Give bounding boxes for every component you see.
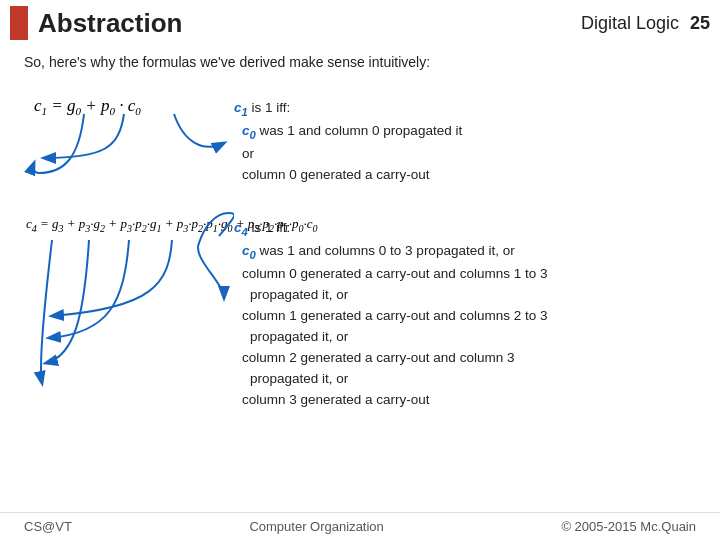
header: Abstraction Digital Logic 25 — [0, 0, 720, 46]
formula2-explanation: c4 is 1 iff: c0 was 1 and columns 0 to 3… — [234, 208, 547, 411]
formula2-arrows — [24, 208, 234, 408]
footer-right: © 2005-2015 Mc.Quain — [561, 519, 696, 534]
header-accent-bar — [10, 6, 28, 40]
page-title: Abstraction — [38, 8, 581, 39]
is-1-iff-label: is 1 iff: — [252, 100, 291, 115]
line1-1: c0 was 1 and column 0 propagated it — [242, 121, 462, 144]
line2-4: column 1 generated a carry-out and colum… — [242, 306, 547, 327]
line2-3: propagated it, or — [250, 285, 547, 306]
line2-8: column 3 generated a carry-out — [242, 390, 547, 411]
page-number: 25 — [690, 13, 710, 33]
formula1-math: c1 = g0 + p0 · c0 — [34, 96, 141, 117]
line2-6: column 2 generated a carry-out and colum… — [242, 348, 547, 369]
footer-left: CS@VT — [24, 519, 72, 534]
footer-center: Computer Organization — [249, 519, 383, 534]
line2-1: c0 was 1 and columns 0 to 3 propagated i… — [242, 241, 547, 264]
line2-7: propagated it, or — [250, 369, 547, 390]
line2-2: column 0 generated a carry-out and colum… — [242, 264, 547, 285]
formula1-section: c1 = g0 + p0 · c0 — [24, 88, 696, 188]
c1-label: c1 — [234, 100, 248, 115]
line2-5: propagated it, or — [250, 327, 547, 348]
line1-2: or — [242, 144, 462, 165]
formula1-diagram: c1 = g0 + p0 · c0 — [24, 88, 224, 188]
formula1-explanation: c1 is 1 iff: c0 was 1 and column 0 propa… — [234, 88, 462, 186]
formula2-math: c4 = g3 + p3·g2 + p3·p2·g1 + p3·p2·p1·g0… — [26, 216, 317, 234]
formula2-diagram: c4 = g3 + p3·g2 + p3·p2·g1 + p3·p2·p1·g0… — [24, 208, 224, 408]
formula2-section: c4 = g3 + p3·g2 + p3·p2·g1 + p3·p2·p1·g0… — [24, 208, 696, 411]
intro-text: So, here's why the formulas we've derive… — [24, 54, 696, 70]
header-subject: Digital Logic 25 — [581, 13, 710, 34]
footer: CS@VT Computer Organization © 2005-2015 … — [0, 512, 720, 540]
subject-label: Digital Logic — [581, 13, 679, 33]
line1-3: column 0 generated a carry-out — [242, 165, 462, 186]
main-content: So, here's why the formulas we've derive… — [0, 46, 720, 419]
